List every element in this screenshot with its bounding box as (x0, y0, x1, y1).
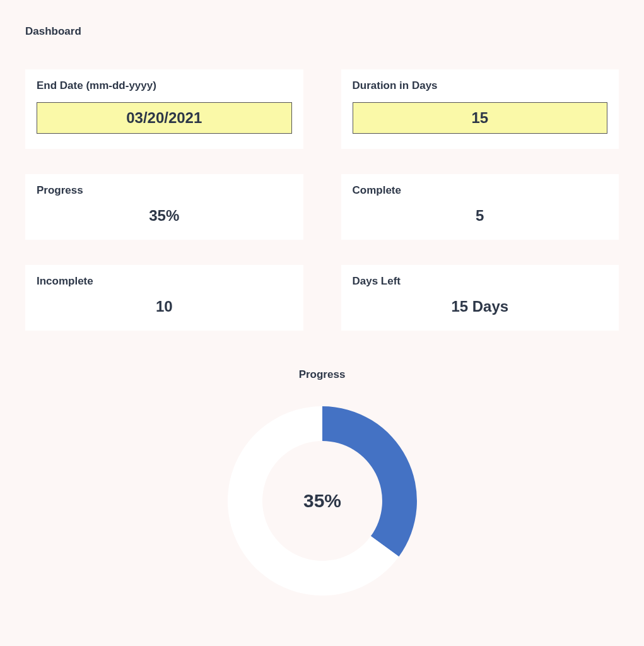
progress-card: Progress 35% (25, 174, 303, 240)
donut-chart-svg: 35% (215, 394, 430, 608)
progress-chart: Progress 35% (25, 368, 619, 608)
complete-label: Complete (353, 184, 608, 197)
incomplete-label: Incomplete (37, 275, 292, 288)
chart-title: Progress (25, 368, 619, 381)
metrics-grid: End Date (mm-dd-yyyy) Duration in Days P… (25, 69, 619, 331)
days-left-card: Days Left 15 Days (341, 265, 619, 331)
days-left-label: Days Left (353, 275, 608, 288)
incomplete-card: Incomplete 10 (25, 265, 303, 331)
end-date-label: End Date (mm-dd-yyyy) (37, 79, 292, 92)
days-left-value: 15 Days (353, 298, 608, 315)
complete-card: Complete 5 (341, 174, 619, 240)
page-title: Dashboard (25, 25, 619, 38)
progress-value: 35% (37, 207, 292, 225)
progress-label: Progress (37, 184, 292, 197)
duration-input[interactable] (353, 102, 608, 134)
duration-card: Duration in Days (341, 69, 619, 149)
duration-label: Duration in Days (353, 79, 608, 92)
end-date-input[interactable] (37, 102, 292, 134)
svg-text:35%: 35% (303, 490, 341, 511)
incomplete-value: 10 (37, 298, 292, 315)
end-date-card: End Date (mm-dd-yyyy) (25, 69, 303, 149)
complete-value: 5 (353, 207, 608, 225)
